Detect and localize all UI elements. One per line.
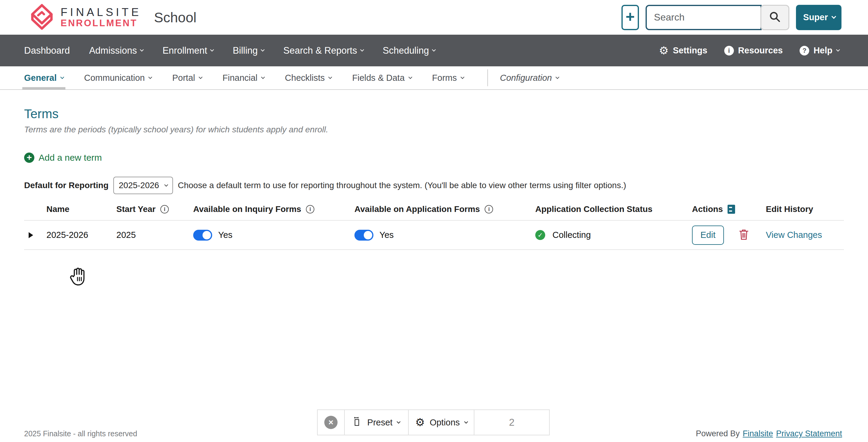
privacy-statement-link[interactable]: Privacy Statement <box>776 429 842 438</box>
subnav-tab-portal[interactable]: Portal <box>172 66 202 89</box>
info-icon[interactable]: i <box>160 205 169 213</box>
nav-item-admissions[interactable]: Admissions <box>89 45 144 56</box>
chevron-down-icon <box>836 48 840 52</box>
column-header-start-year: Start Year i <box>112 204 189 214</box>
plus-icon: + <box>626 9 635 24</box>
finalsite-link[interactable]: Finalsite <box>743 429 773 438</box>
nav-item-search-reports[interactable]: Search & Reports <box>283 45 364 56</box>
plus-circle-icon: + <box>24 153 34 163</box>
search-button[interactable] <box>761 5 789 30</box>
chevron-down-icon <box>164 183 168 187</box>
nav-label: Help <box>813 46 832 56</box>
subnav-tab-communication[interactable]: Communication <box>84 66 152 89</box>
column-header-name: Name <box>42 204 112 214</box>
product-name: School <box>154 9 196 26</box>
application-forms-cell: Yes <box>350 230 531 241</box>
nav-item-dashboard[interactable]: Dashboard <box>24 45 70 56</box>
toggle-label: Yes <box>379 230 394 240</box>
chevron-down-icon <box>140 48 144 52</box>
user-menu-label: Super <box>803 12 828 22</box>
column-label: Available on Inquiry Forms <box>193 204 301 214</box>
start-year: 2025 <box>116 230 136 240</box>
column-label: Start Year <box>116 204 156 214</box>
column-header-actions: Actions <box>688 204 762 214</box>
chevron-down-icon <box>464 420 468 423</box>
actions-cell: Edit <box>688 226 762 245</box>
top-header: FINALSITE ENROLLMENT School + Super <box>0 0 868 35</box>
expand-row-icon[interactable] <box>29 232 33 238</box>
subnav-tab-general[interactable]: General <box>24 66 64 89</box>
subnav-divider <box>487 69 488 86</box>
nav-item-enrollment[interactable]: Enrollment <box>162 45 213 56</box>
close-icon: × <box>329 418 333 427</box>
toggle-knob <box>203 231 211 239</box>
finalsite-enrollment-logo[interactable]: FINALSITE ENROLLMENT <box>29 4 141 31</box>
nav-item-billing[interactable]: Billing <box>233 45 264 56</box>
default-reporting-label: Default for Reporting <box>24 181 108 190</box>
inquiry-forms-cell: Yes <box>189 230 350 241</box>
column-label: Name <box>46 204 69 214</box>
check-circle-icon: ✓ <box>535 230 545 240</box>
subnav-label: Financial <box>222 73 257 83</box>
table-header-row: Name Start Year i Available on Inquiry F… <box>24 198 844 221</box>
active-tab-indicator <box>22 87 65 90</box>
nav-label: Enrollment <box>162 45 207 56</box>
terms-table: Name Start Year i Available on Inquiry F… <box>24 198 844 250</box>
subnav-label: Communication <box>84 73 145 83</box>
search-icon <box>769 10 781 24</box>
search-input[interactable] <box>646 5 762 30</box>
nav-item-settings[interactable]: ⚙ Settings <box>659 45 707 56</box>
main-nav: Dashboard Admissions Enrollment Billing … <box>0 35 868 66</box>
finalsite-logo-mark-icon <box>29 4 55 31</box>
status-label: Collecting <box>553 230 591 240</box>
user-menu-button[interactable]: Super <box>796 5 841 30</box>
nav-label: Admissions <box>89 45 137 56</box>
table-row: 2025-2026 2025 Yes Yes ✓ Collecting Edit <box>24 221 844 250</box>
subnav-tab-financial[interactable]: Financial <box>222 66 264 89</box>
preset-icon <box>353 416 363 429</box>
edit-history-cell: View Changes <box>762 230 844 240</box>
subnav-tab-checklists[interactable]: Checklists <box>285 66 332 89</box>
chevron-down-icon <box>360 48 364 52</box>
subnav-tab-configuration[interactable]: Configuration <box>500 66 559 89</box>
nav-label: Settings <box>673 46 707 56</box>
default-term-select[interactable]: 2025-2026 <box>113 177 173 194</box>
toggle-knob <box>364 231 372 239</box>
nav-label: Billing <box>233 45 258 56</box>
preset-label: Preset <box>367 418 393 428</box>
view-changes-link[interactable]: View Changes <box>766 230 822 240</box>
settings-sub-nav: General Communication Portal Financial C… <box>0 66 868 90</box>
chevron-down-icon <box>198 75 203 79</box>
info-icon[interactable]: i <box>485 205 493 213</box>
chevron-down-icon <box>432 48 436 52</box>
footer: 2025 Finalsite - all rights reserved Pow… <box>0 429 868 438</box>
subnav-label: General <box>24 73 57 83</box>
question-icon: ? <box>800 46 809 56</box>
subnav-tab-fields-data[interactable]: Fields & Data <box>352 66 411 89</box>
nav-item-help[interactable]: ? Help <box>800 46 839 56</box>
term-name: 2025-2026 <box>46 230 88 240</box>
delete-button[interactable] <box>738 228 749 242</box>
application-forms-toggle[interactable] <box>354 230 373 241</box>
nav-item-scheduling[interactable]: Scheduling <box>383 45 435 56</box>
nav-item-resources[interactable]: i Resources <box>724 46 783 56</box>
close-toolbar-button[interactable]: × <box>324 416 338 429</box>
term-name-cell: 2025-2026 <box>42 230 112 240</box>
actions-legend-icon[interactable] <box>727 204 735 214</box>
nav-label: Dashboard <box>24 45 70 56</box>
chevron-down-icon <box>210 48 214 52</box>
edit-button[interactable]: Edit <box>692 226 724 245</box>
column-header-edit-history: Edit History <box>762 204 844 214</box>
add-new-term-link[interactable]: + Add a new term <box>24 153 102 163</box>
global-search <box>646 5 789 30</box>
subnav-tab-forms[interactable]: Forms <box>432 66 464 89</box>
info-icon[interactable]: i <box>306 205 314 213</box>
copyright-text: 2025 Finalsite - all rights reserved <box>24 429 137 438</box>
gear-icon: ⚙ <box>659 45 669 56</box>
inquiry-forms-toggle[interactable] <box>193 230 212 241</box>
quick-add-button[interactable]: + <box>621 5 639 30</box>
chevron-down-icon <box>555 75 559 79</box>
nav-label: Search & Reports <box>283 45 357 56</box>
column-header-application-forms: Available on Application Forms i <box>350 204 531 214</box>
column-label: Available on Application Forms <box>354 204 480 214</box>
